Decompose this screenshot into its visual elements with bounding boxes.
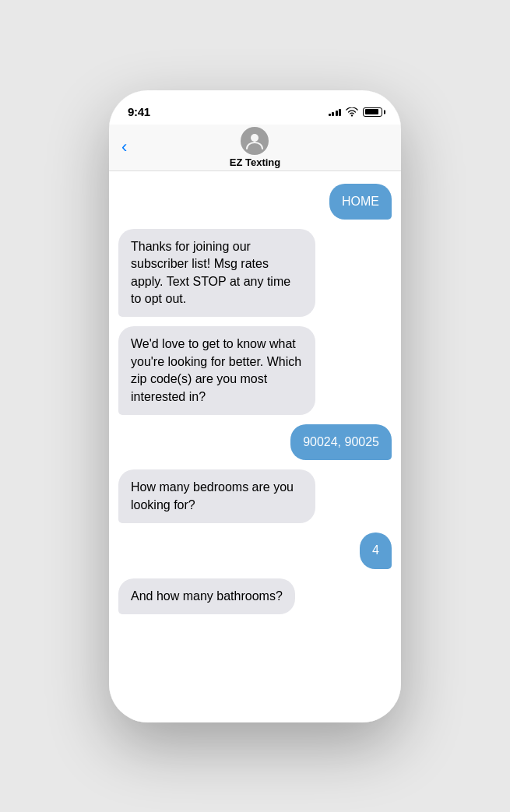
messages-container[interactable]: HOMEThanks for joining our subscriber li… bbox=[109, 171, 401, 722]
back-button[interactable]: ‹ bbox=[121, 139, 127, 156]
status-bar: 9:41 bbox=[109, 90, 401, 125]
status-icons bbox=[329, 107, 383, 117]
message-row: How many bedrooms are you looking for? bbox=[118, 469, 392, 523]
nav-header: ‹ EZ Texting bbox=[109, 125, 401, 171]
avatar bbox=[241, 127, 269, 155]
signal-bar-3 bbox=[336, 111, 338, 116]
message-row: 90024, 90025 bbox=[118, 424, 392, 460]
message-bubble: And how many bathrooms? bbox=[118, 578, 295, 614]
avatar-icon bbox=[244, 130, 266, 152]
contact-name: EZ Texting bbox=[230, 156, 280, 168]
signal-bars-icon bbox=[329, 107, 342, 116]
signal-bar-2 bbox=[332, 112, 334, 116]
status-time: 9:41 bbox=[128, 105, 150, 118]
signal-bar-1 bbox=[329, 114, 331, 116]
contact-info: EZ Texting bbox=[230, 127, 280, 168]
message-bubble: Thanks for joining our subscriber list! … bbox=[118, 229, 315, 318]
message-row: 4 bbox=[118, 533, 392, 568]
message-row: And how many bathrooms? bbox=[118, 578, 392, 614]
message-bubble: 4 bbox=[360, 533, 392, 568]
message-row: Thanks for joining our subscriber list! … bbox=[118, 229, 392, 318]
wifi-icon bbox=[346, 107, 358, 117]
message-bubble: We'd love to get to know what you're loo… bbox=[118, 326, 315, 415]
message-row: HOME bbox=[118, 184, 392, 220]
message-bubble: How many bedrooms are you looking for? bbox=[118, 469, 315, 523]
battery-icon bbox=[363, 107, 382, 117]
message-bubble: HOME bbox=[329, 184, 392, 220]
phone-frame: 9:41 ‹ bbox=[109, 90, 401, 722]
signal-bar-4 bbox=[339, 109, 341, 116]
battery-fill bbox=[365, 109, 378, 114]
message-row: We'd love to get to know what you're loo… bbox=[118, 326, 392, 415]
message-bubble: 90024, 90025 bbox=[290, 424, 392, 460]
svg-point-0 bbox=[251, 134, 259, 142]
